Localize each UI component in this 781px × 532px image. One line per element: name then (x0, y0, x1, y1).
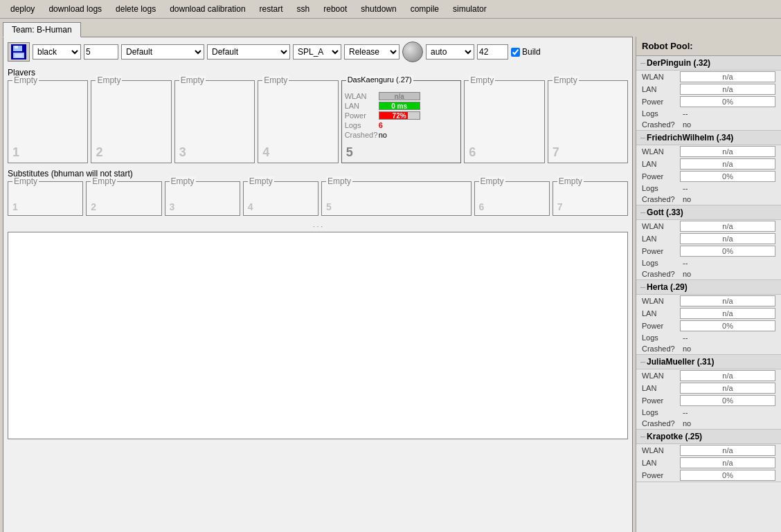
menu-item-download-logs[interactable]: download logs (42, 2, 108, 16)
gott-power-label: Power (642, 247, 680, 255)
color-select[interactable]: black red blue (33, 44, 81, 59)
gott-logs-row: Logs -- (636, 257, 781, 268)
robot-entry-julia: JuliaMueller (.31) WLAN n/a LAN n/a Powe… (636, 355, 781, 430)
player-card-1[interactable]: Empty 1 (8, 80, 88, 163)
robot-entry-gott-header[interactable]: Gott (.33) (636, 205, 781, 220)
robot-entry-derpinguin-header[interactable]: DerPinguin (.32) (636, 56, 781, 71)
spl-select[interactable]: SPL_A SPL_B (293, 44, 341, 59)
default2-select[interactable]: Default (207, 44, 290, 59)
fw-lan-label: LAN (642, 160, 680, 168)
herta-power-row: Power 0% (636, 320, 781, 332)
menu-item-simulator[interactable]: simulator (447, 2, 493, 16)
gott-wlan-row: WLAN n/a (636, 220, 781, 232)
robot-entry-herta: Herta (.29) WLAN n/a LAN n/a Power 0% Lo… (636, 280, 781, 355)
herta-wlan-value: n/a (680, 295, 775, 306)
derpinguin-wlan-value: n/a (680, 71, 775, 82)
player-card-7[interactable]: Empty 7 (548, 80, 628, 163)
menu-item-restart[interactable]: restart (253, 2, 289, 16)
herta-crashed-value: no (680, 344, 694, 354)
lan-label: LAN (345, 102, 376, 110)
sub-3-name: Empty (170, 176, 196, 186)
herta-power-label: Power (642, 322, 680, 330)
player-card-6[interactable]: Empty 6 (464, 80, 544, 163)
herta-logs-value: -- (680, 333, 690, 342)
robot-entry-krapotke-header[interactable]: Krapotke (.25) (636, 430, 781, 444)
sub-card-2[interactable]: Empty 2 (86, 181, 161, 216)
save-button[interactable] (8, 42, 30, 62)
menu-item-shutdown[interactable]: shutdown (354, 2, 402, 16)
player-card-2[interactable]: Empty 2 (91, 80, 171, 163)
menu-item-download-calibration[interactable]: download calibration (163, 2, 251, 16)
fw-wlan-label: WLAN (642, 147, 680, 156)
auto-select[interactable]: auto (426, 44, 474, 59)
krapotke-power-label: Power (642, 471, 680, 479)
build-checkbox[interactable] (511, 48, 520, 57)
gott-wlan-label: WLAN (642, 222, 680, 230)
sub-5-name: Empty (326, 176, 352, 186)
herta-crashed-label: Crashed? (642, 345, 680, 353)
gott-logs-value: -- (680, 258, 690, 268)
fw-lan-row: LAN n/a (636, 158, 781, 170)
player-6-number: 6 (469, 145, 476, 160)
fw-wlan-value: n/a (680, 146, 775, 157)
player-card-5[interactable]: DasKaenguru (.27) WLAN n/a LAN (341, 80, 462, 163)
sub-card-4[interactable]: Empty 4 (243, 181, 318, 216)
sub-card-7[interactable]: Empty 7 (553, 181, 628, 216)
menu-item-reboot[interactable]: reboot (317, 2, 353, 16)
julia-power-label: Power (642, 396, 680, 405)
sub-card-1[interactable]: Empty 1 (8, 181, 83, 216)
herta-wlan-label: WLAN (642, 297, 680, 305)
resize-handle[interactable]: · · · (8, 221, 628, 232)
player-5-wlan-row: WLAN n/a (345, 92, 458, 100)
fw-lan-value: n/a (680, 158, 775, 169)
sub-4-number: 4 (248, 201, 253, 212)
robot-entry-fw-header[interactable]: FriedrichWilhelm (.34) (636, 131, 781, 145)
gott-crashed-value: no (680, 269, 694, 279)
robot-entry-julia-header[interactable]: JuliaMueller (.31) (636, 355, 781, 369)
derpinguin-wlan-label: WLAN (642, 73, 680, 81)
julia-wlan-value: n/a (680, 370, 775, 381)
toolbar: black red blue Default Default SPL_A SPL… (8, 42, 628, 62)
sub-1-number: 1 (12, 201, 18, 212)
player-5-wlan-bar: n/a (379, 92, 420, 100)
fw-crashed-value: no (680, 194, 694, 204)
menu-item-ssh[interactable]: ssh (291, 2, 316, 16)
wlan-label: WLAN (345, 92, 376, 100)
team-tab[interactable]: Team: B-Human (3, 22, 81, 37)
number-input[interactable] (84, 44, 118, 59)
sub-card-5[interactable]: Empty 5 (321, 181, 472, 216)
knob[interactable] (402, 42, 423, 62)
players-grid: Empty 1 Empty 2 Empty 3 Em (8, 80, 628, 163)
player-5-info: WLAN n/a LAN 0 ms (342, 88, 461, 143)
sub-5-number: 5 (326, 201, 332, 212)
sub-card-3[interactable]: Empty 3 (165, 181, 240, 216)
gott-power-value: 0% (680, 246, 775, 257)
sub-card-6[interactable]: Empty 6 (474, 181, 550, 216)
derpinguin-crashed-label: Crashed? (642, 120, 680, 129)
save-icon (11, 44, 26, 59)
sub-6-name: Empty (479, 176, 505, 186)
num42-input[interactable] (477, 44, 508, 59)
menu-item-delete-logs[interactable]: delete logs (109, 2, 162, 16)
derpinguin-power-value: 0% (680, 96, 775, 107)
player-4-number: 4 (262, 145, 269, 160)
tab-bar: Team: B-Human (0, 19, 781, 37)
substitutes-grid: Empty 1 Empty 2 Empty 3 Empty 4 (8, 181, 628, 216)
substitutes-section: Substitutes (bhuman will not start) Empt… (8, 169, 628, 216)
gott-power-row: Power 0% (636, 245, 781, 257)
default1-select[interactable]: Default (121, 44, 204, 59)
robot-pool-content: DerPinguin (.32) WLAN n/a LAN n/a Power … (636, 56, 781, 532)
fw-crashed-row: Crashed? no (636, 194, 781, 205)
julia-logs-label: Logs (642, 408, 680, 416)
krapotke-power-row: Power 0% (636, 469, 781, 481)
release-select[interactable]: Release Debug (344, 44, 400, 59)
menu-item-compile[interactable]: compile (404, 2, 445, 16)
player-card-4[interactable]: Empty 4 (258, 80, 338, 163)
robot-entry-herta-header[interactable]: Herta (.29) (636, 280, 781, 295)
svg-rect-2 (15, 46, 18, 48)
gott-lan-label: LAN (642, 235, 680, 243)
menu-item-deploy[interactable]: deploy (4, 2, 41, 16)
player-3-name: Empty (179, 75, 206, 85)
crashed-label: Crashed? (345, 131, 376, 139)
player-card-3[interactable]: Empty 3 (174, 80, 255, 163)
